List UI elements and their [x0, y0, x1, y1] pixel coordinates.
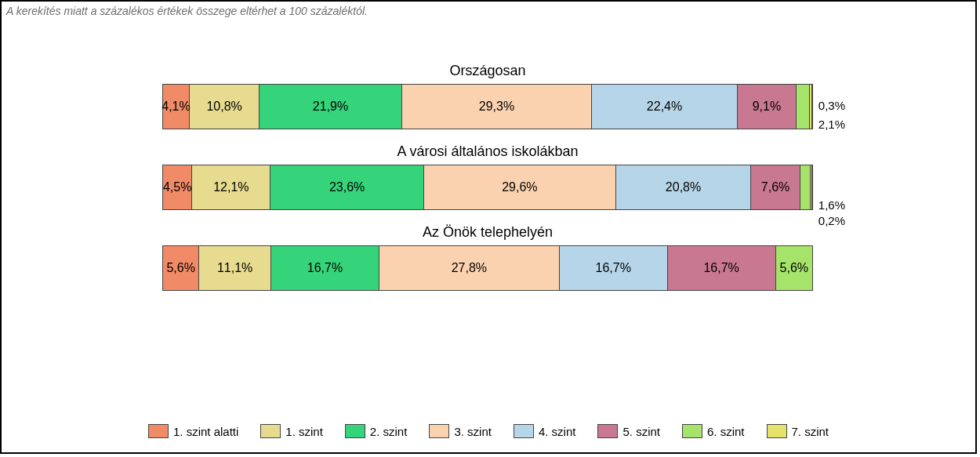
bar-segment: 11,1% — [199, 246, 271, 290]
bar-segment: 7,6% — [751, 165, 800, 209]
legend-swatch — [148, 424, 169, 438]
bar-segment: 16,7% — [271, 246, 379, 290]
chart-frame: A kerekítés miatt a százalékos értékek ö… — [0, 0, 977, 454]
legend-swatch — [682, 424, 702, 438]
overflow-label: 0,2% — [818, 214, 845, 227]
legend-item: 1. szint — [260, 424, 323, 438]
bar-row: 4,1%10,8%21,9%29,3%22,4%9,1%0,3%2,1% — [162, 84, 813, 129]
bar-segment: 29,3% — [402, 85, 593, 129]
bar-segment: 27,8% — [379, 246, 560, 290]
bar-segment: 5,6% — [163, 246, 199, 290]
bar-title: Országosan — [162, 63, 813, 79]
legend-label: 5. szint — [622, 425, 660, 438]
bar-segment: 29,6% — [424, 165, 616, 209]
legend-label: 3. szint — [454, 425, 492, 438]
legend-label: 2. szint — [370, 425, 408, 438]
bar-row: 5,6%11,1%16,7%27,8%16,7%16,7%5,6% — [162, 245, 813, 291]
bar-segment: 21,9% — [260, 85, 401, 129]
rounding-note: A kerekítés miatt a százalékos értékek ö… — [6, 5, 368, 17]
bar-segment: 16,7% — [668, 246, 776, 290]
bar-group: Országosan4,1%10,8%21,9%29,3%22,4%9,1%0,… — [162, 63, 813, 129]
bar-title: Az Önök telephelyén — [162, 224, 813, 241]
bar-segment: 10,8% — [190, 85, 260, 129]
legend-item: 2. szint — [345, 424, 408, 438]
legend-label: 1. szint alatti — [173, 425, 238, 438]
legend-label: 6. szint — [707, 425, 745, 438]
legend-swatch — [345, 424, 365, 438]
legend-swatch — [767, 424, 787, 438]
bar-group: A városi általános iskolákban4,5%12,1%23… — [162, 143, 813, 210]
bar-segment: 4,1% — [163, 85, 190, 129]
bar-segment — [811, 165, 812, 209]
bar-segment: 20,8% — [616, 165, 751, 209]
legend-swatch — [260, 424, 281, 438]
bar-segment: 23,6% — [270, 165, 423, 209]
legend-item: 7. szint — [767, 424, 829, 438]
bar-title: A városi általános iskolákban — [162, 143, 813, 160]
bar-segment: 9,1% — [738, 85, 797, 129]
legend: 1. szint alatti1. szint2. szint3. szint4… — [2, 424, 975, 438]
bars-area: Országosan4,1%10,8%21,9%29,3%22,4%9,1%0,… — [162, 63, 813, 305]
overflow-label: 1,6% — [818, 198, 845, 212]
legend-label: 4. szint — [539, 425, 576, 438]
bar-segment: 4,5% — [163, 165, 192, 209]
bar-segment: 22,4% — [592, 85, 737, 129]
legend-item: 5. szint — [597, 424, 660, 438]
bar-segment: 16,7% — [560, 246, 668, 290]
bar-row: 4,5%12,1%23,6%29,6%20,8%7,6%1,6%0,2% — [162, 165, 813, 210]
legend-item: 6. szint — [682, 424, 745, 438]
legend-label: 7. szint — [792, 425, 829, 438]
bar-segment: 5,6% — [776, 246, 812, 290]
legend-label: 1. szint — [285, 425, 323, 438]
bar-segment: 12,1% — [192, 165, 270, 209]
legend-swatch — [514, 424, 534, 438]
legend-item: 3. szint — [429, 424, 492, 438]
bar-segment — [797, 85, 810, 129]
legend-swatch — [429, 424, 449, 438]
overflow-label: 2,1% — [818, 118, 845, 131]
bar-group: Az Önök telephelyén5,6%11,1%16,7%27,8%16… — [162, 224, 813, 291]
bar-segment — [800, 165, 811, 209]
legend-item: 4. szint — [514, 424, 576, 438]
overflow-label: 0,3% — [818, 99, 845, 112]
legend-swatch — [597, 424, 618, 438]
bar-segment — [810, 85, 811, 129]
legend-item: 1. szint alatti — [148, 424, 238, 438]
